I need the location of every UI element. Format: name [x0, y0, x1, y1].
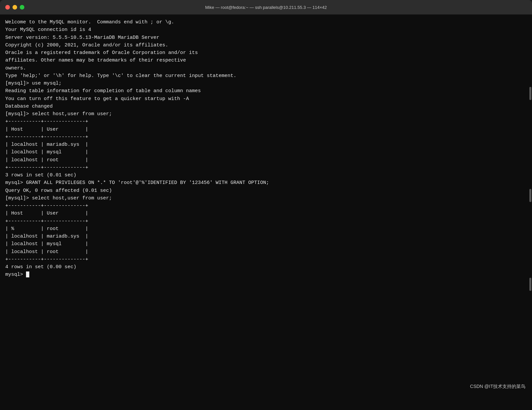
terminal-line: | Host | User | [5, 126, 527, 133]
terminal-line: Oracle is a registered trademark of Orac… [5, 49, 527, 57]
terminal-line: 3 rows in set (0.01 sec) [5, 171, 527, 179]
terminal-line: +-----------+--------------+ [5, 202, 527, 210]
terminal-line: Type 'help;' or '\h' for help. Type '\c'… [5, 72, 527, 80]
terminal-line: [mysql]> select host,user from user; [5, 110, 527, 118]
terminal-line: Database changed [5, 103, 527, 110]
terminal-body[interactable]: Welcome to the MySQL monitor. Commands e… [0, 14, 532, 410]
terminal-line: | Host | User | [5, 210, 527, 217]
terminal-line: 4 rows in set (0.00 sec) [5, 263, 527, 271]
terminal-line: owners. [5, 64, 527, 72]
terminal-line: +-----------+--------------+ [5, 133, 527, 141]
maximize-button[interactable] [20, 5, 24, 10]
terminal-line: | localhost | mysql | [5, 148, 527, 156]
terminal-line: Your MySQL connection id is 4 [5, 26, 527, 34]
terminal-content: Welcome to the MySQL monitor. Commands e… [5, 18, 527, 279]
cursor [26, 271, 29, 277]
terminal-line: Reading table information for completion… [5, 87, 527, 95]
terminal-line: +-----------+--------------+ [5, 118, 527, 125]
watermark: CSDN @IT技术支持的菜鸟 [470, 383, 525, 390]
terminal-line: Query OK, 0 rows affected (0.01 sec) [5, 187, 527, 194]
terminal-line: +-----------+--------------+ [5, 256, 527, 263]
terminal-line: | localhost | root | [5, 156, 527, 164]
terminal-line: You can turn off this feature to get a q… [5, 95, 527, 103]
scrollbar-1[interactable] [529, 87, 531, 100]
window-title: Mike — root@fedora:~ — ssh parallels@10.… [205, 5, 327, 10]
terminal-line: | localhost | mariadb.sys | [5, 233, 527, 240]
terminal-line: Welcome to the MySQL monitor. Commands e… [5, 18, 527, 26]
terminal-line: [mysql]> use mysql; [5, 80, 527, 87]
title-bar: Mike — root@fedora:~ — ssh parallels@10.… [0, 0, 532, 14]
terminal-line: Server version: 5.5.5-10.5.13-MariaDB Ma… [5, 34, 527, 41]
terminal-line: | localhost | root | [5, 248, 527, 256]
terminal-line: +-----------+--------------+ [5, 164, 527, 171]
terminal-line: mysql> [5, 271, 527, 278]
terminal-line: | % | root | [5, 225, 527, 233]
terminal-line: +-----------+--------------+ [5, 218, 527, 225]
terminal-line: Copyright (c) 2000, 2021, Oracle and/or … [5, 41, 527, 49]
terminal-line: | localhost | mysql | [5, 240, 527, 248]
close-button[interactable] [5, 5, 10, 10]
scrollbar-2[interactable] [529, 189, 531, 202]
minimize-button[interactable] [13, 5, 17, 10]
terminal-line: affiliates. Other names may be trademark… [5, 57, 527, 64]
window-controls [5, 5, 24, 10]
terminal-line: [mysql]> select host,user from user; [5, 194, 527, 202]
terminal-line: | localhost | mariadb.sys | [5, 141, 527, 148]
terminal-line: mysql> GRANT ALL PRIVILEGES ON *.* TO 'r… [5, 179, 527, 187]
scrollbar-3[interactable] [529, 278, 531, 291]
